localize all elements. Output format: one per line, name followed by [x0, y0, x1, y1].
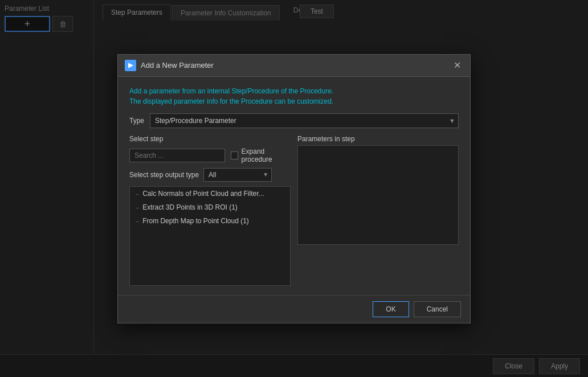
expand-procedure-label: Expand procedure: [242, 147, 291, 163]
modal-titlebar: ▶ Add a New Parameter ✕: [118, 55, 470, 77]
type-row: Type Step/Procedure ParameterConstant Pa…: [129, 113, 459, 128]
step-item-label: Extract 3D Points in 3D ROI (1): [142, 203, 238, 211]
output-type-select[interactable]: AllImagePoint CloudMesh: [203, 168, 272, 182]
cancel-button[interactable]: Cancel: [414, 301, 461, 317]
right-panel: Parameters in step: [297, 135, 459, 286]
step-dash: –: [136, 204, 139, 211]
two-panels: Select step Expand procedure Select step…: [129, 135, 459, 286]
step-item-label: From Depth Map to Point Cloud (1): [142, 217, 249, 225]
list-item[interactable]: – From Depth Map to Point Cloud (1): [130, 214, 290, 228]
step-list-box[interactable]: – Calc Normals of Point Cloud and Filter…: [129, 186, 291, 286]
search-row: Expand procedure: [129, 147, 291, 163]
modal-overlay: ▶ Add a New Parameter ✕ Add a parameter …: [0, 0, 588, 377]
add-parameter-dialog: ▶ Add a New Parameter ✕ Add a parameter …: [117, 54, 471, 323]
expand-procedure-checkbox[interactable]: [231, 151, 238, 159]
modal-footer: OK Cancel: [118, 295, 470, 323]
expand-row: Expand procedure: [231, 147, 291, 163]
modal-info-line2: The displayed parameter info for the Pro…: [129, 96, 459, 106]
modal-title-text: Add a New Parameter: [141, 61, 214, 69]
modal-icon-symbol: ▶: [128, 62, 133, 69]
step-item-label: Calc Normals of Point Cloud and Filter..…: [142, 190, 264, 198]
modal-icon: ▶: [125, 60, 136, 71]
output-type-select-wrapper: AllImagePoint CloudMesh ▼: [203, 168, 272, 182]
ok-button[interactable]: OK: [373, 301, 409, 317]
params-in-step-heading: Parameters in step: [297, 135, 459, 143]
type-select-wrapper: Step/Procedure ParameterConstant Paramet…: [150, 113, 459, 128]
type-label: Type: [129, 117, 144, 125]
select-step-heading: Select step: [129, 135, 291, 143]
step-dash: –: [136, 218, 139, 224]
left-panel: Select step Expand procedure Select step…: [129, 135, 291, 286]
params-box[interactable]: [297, 145, 459, 245]
modal-info-line1: Add a parameter from an internal Step/Pr…: [129, 86, 459, 96]
step-dash: –: [136, 190, 139, 197]
search-input[interactable]: [129, 149, 225, 162]
modal-info-text: Add a parameter from an internal Step/Pr…: [129, 86, 459, 106]
output-type-label: Select step output type: [129, 171, 199, 179]
modal-close-button[interactable]: ✕: [451, 59, 463, 72]
modal-body: Add a parameter from an internal Step/Pr…: [118, 77, 470, 295]
list-item[interactable]: – Extract 3D Points in 3D ROI (1): [130, 200, 290, 214]
modal-title-left: ▶ Add a New Parameter: [125, 60, 214, 71]
list-item[interactable]: – Calc Normals of Point Cloud and Filter…: [130, 187, 290, 200]
type-select[interactable]: Step/Procedure ParameterConstant Paramet…: [150, 113, 459, 128]
output-type-row: Select step output type AllImagePoint Cl…: [129, 168, 291, 182]
